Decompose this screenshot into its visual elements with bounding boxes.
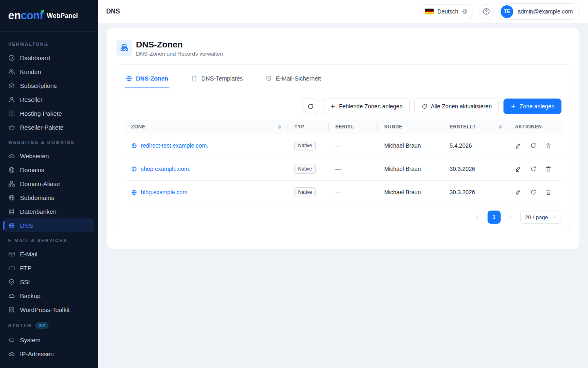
dns-sitemap-icon xyxy=(116,40,132,56)
sidebar-item-label: Dashboard xyxy=(20,54,50,61)
pagination: 1 20 / page xyxy=(125,211,561,224)
delete-button[interactable] xyxy=(545,142,552,149)
page-size-select[interactable]: 20 / page xyxy=(520,211,561,224)
reload-button[interactable] xyxy=(303,99,318,114)
pencil-icon xyxy=(515,166,521,172)
sidebar-item-subscriptions[interactable]: Subscriptions xyxy=(4,79,94,92)
edit-button[interactable] xyxy=(515,189,521,195)
sidebar-item-hosting-pakete[interactable]: Hosting-Pakete xyxy=(4,106,94,120)
previous-page-button[interactable] xyxy=(472,211,484,223)
created-date: 30.3.2026 xyxy=(450,166,475,172)
gauge-icon xyxy=(8,54,15,61)
cloud-network-icon xyxy=(8,350,15,357)
language-label: Deutsch xyxy=(437,8,458,15)
sidebar-item-wordpress-toolkit[interactable]: WordPress-Toolkit xyxy=(4,303,94,316)
sync-zone-button[interactable] xyxy=(530,142,537,149)
type-badge: Native xyxy=(294,141,316,150)
delete-button[interactable] xyxy=(545,166,552,172)
section-label-verwaltung: Verwaltung xyxy=(4,42,94,47)
column-header-kunde: Kunde xyxy=(378,120,443,134)
edit-button[interactable] xyxy=(515,166,521,172)
user-email: admin@example.com xyxy=(517,8,573,15)
table-row: blog.example.com. Native — Michael Braun… xyxy=(125,181,563,204)
create-missing-zones-button[interactable]: Fehlende Zonen anlegen xyxy=(323,99,410,114)
globe-icon xyxy=(131,143,137,149)
tab-dns-templates[interactable]: DNS-Templates xyxy=(190,75,244,88)
sync-zone-button[interactable] xyxy=(530,189,537,195)
crown-icon xyxy=(8,124,15,131)
brand-wordmark: enconf xyxy=(8,9,43,22)
button-label: Alle Zonen aktualisieren xyxy=(431,103,492,110)
sidebar-item-system[interactable]: System xyxy=(4,333,94,347)
cloud-site-icon xyxy=(8,153,15,159)
refresh-all-zones-button[interactable]: Alle Zonen aktualisieren xyxy=(414,99,499,114)
sidebar-item-webseiten[interactable]: Webseiten xyxy=(4,149,94,163)
sidebar-item-reseller-pakete[interactable]: Reseller-Pakete xyxy=(4,120,94,134)
create-zone-button[interactable]: Zone anlegen xyxy=(503,99,561,114)
column-header-erstellt[interactable]: Erstellt xyxy=(443,120,508,134)
help-button[interactable] xyxy=(479,4,494,19)
sync-icon xyxy=(421,103,428,110)
zone-link[interactable]: redirect-test.example.com. xyxy=(141,142,208,149)
card-header: DNS-Zonen DNS-Zonen und Records verwalte… xyxy=(116,40,570,57)
sidebar-item-dns[interactable]: DNS xyxy=(4,218,94,232)
sidebar-item-reseller[interactable]: Reseller xyxy=(4,92,94,106)
brand-logo: enconf WebPanel xyxy=(0,0,98,32)
avatar: TE xyxy=(501,5,513,18)
column-header-serial: Serial xyxy=(329,120,378,134)
column-header-zone[interactable]: Zone xyxy=(125,120,288,134)
page-number-button[interactable]: 1 xyxy=(488,211,501,224)
sidebar-item-label: FTP xyxy=(20,265,31,272)
sidebar-item-backup[interactable]: Backup xyxy=(4,289,94,303)
sidebar-item-label: E-Mail xyxy=(20,251,38,258)
zone-link[interactable]: shop.example.com. xyxy=(141,166,190,172)
delete-button[interactable] xyxy=(545,189,552,195)
customer-name: Michael Braun xyxy=(384,189,421,195)
question-circle-icon xyxy=(482,7,490,16)
top-bar-controls: Deutsch TE admin@example.com xyxy=(419,3,580,20)
sidebar-item-domain-aliase[interactable]: Domain-Aliase xyxy=(4,177,94,191)
sidebar-item-domains[interactable]: Domains xyxy=(4,163,94,177)
envelope-open-icon xyxy=(8,82,15,89)
sidebar-item-datenbanken[interactable]: Datenbanken xyxy=(4,204,94,218)
chevron-left-icon xyxy=(475,215,480,220)
button-label: Fehlende Zonen anlegen xyxy=(339,103,403,110)
sidebar-item-ip-adressen[interactable]: IP-Adressen xyxy=(4,347,94,361)
sidebar-item-dashboard[interactable]: Dashboard xyxy=(4,51,94,65)
shield-check-icon xyxy=(8,278,15,285)
type-badge: Native xyxy=(294,187,316,197)
zone-link[interactable]: blog.example.com. xyxy=(141,189,189,195)
brand-suffix: WebPanel xyxy=(47,12,78,20)
next-page-button[interactable] xyxy=(504,211,517,223)
user-menu[interactable]: TE admin@example.com xyxy=(499,3,580,20)
user-icon xyxy=(8,96,15,103)
sidebar-item-ftp[interactable]: FTP xyxy=(4,261,94,275)
edit-button[interactable] xyxy=(515,142,521,149)
table-header-row: Zone Typ Serial Kunde Erstellt Aktionen xyxy=(125,120,563,134)
sidebar-item-kunden[interactable]: Kunden xyxy=(4,65,94,79)
trash-icon xyxy=(545,142,552,149)
customer-name: Michael Braun xyxy=(384,142,421,149)
sync-icon xyxy=(530,142,537,149)
language-selector[interactable]: Deutsch xyxy=(419,4,474,19)
created-date: 5.4.2026 xyxy=(450,142,472,149)
sync-zone-button[interactable] xyxy=(530,166,537,172)
tab-bar: DNS-Zonen DNS-Templates E-Mail-Sicherhei… xyxy=(125,65,561,88)
search-icon xyxy=(8,337,15,343)
users-icon xyxy=(8,68,15,75)
serial-value: — xyxy=(335,189,341,195)
toolkit-grid-icon xyxy=(8,306,15,313)
globe-icon xyxy=(131,189,137,195)
sidebar-item-email[interactable]: E-Mail xyxy=(4,247,94,261)
section-label-system: System2/2 xyxy=(4,322,94,329)
sort-carets-icon xyxy=(499,125,502,129)
chevron-down-icon xyxy=(552,215,557,220)
section-label-email-services: E-Mail & Services xyxy=(4,238,94,243)
tab-email-sicherheit[interactable]: E-Mail-Sicherheit xyxy=(264,75,322,88)
sidebar-item-ssl[interactable]: SSL xyxy=(4,275,94,289)
sidebar-item-label: IP-Adressen xyxy=(20,350,54,357)
tab-dns-zonen[interactable]: DNS-Zonen xyxy=(125,75,169,88)
sidebar-item-label: SSL xyxy=(20,278,31,285)
sidebar-item-subdomains[interactable]: Subdomains xyxy=(4,191,94,204)
sort-carets-icon xyxy=(278,125,281,129)
